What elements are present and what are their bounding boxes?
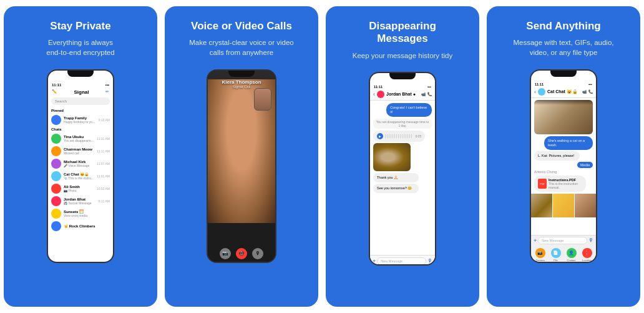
panel-2-subtitle: Make crystal-clear voice or videocalls f… — [189, 37, 293, 57]
message-input-bar: + New Message 🎙 — [370, 255, 435, 266]
list-item[interactable]: Sunsets 🌅 View once media — [48, 207, 113, 220]
video-call-icon[interactable]: 📹 — [421, 92, 426, 96]
file-icon: 📄 — [551, 248, 561, 258]
audio-message[interactable]: ▶ 0:05 — [373, 131, 425, 142]
compose-icon-2[interactable]: + — [534, 237, 537, 244]
chat-info: Chairman Meow Missed call — [64, 147, 94, 155]
msg-screen: 11:11 ▪▪▪ ‹ Jordan Bhat ● 📹 📞 Congrats! … — [370, 73, 435, 266]
photo-content — [373, 143, 411, 171]
send-screen: 11:11 ▪▪▪ ‹ Cat Chat 🐱🔒 📹 📞 She's walkin… — [531, 71, 596, 263]
photo-overlay — [534, 100, 593, 105]
chat-time: 11:07 AM — [97, 162, 110, 166]
compose-icon[interactable]: + — [373, 258, 376, 264]
photo-strip — [531, 194, 596, 217]
contact-label: Contact — [567, 259, 576, 262]
strip-photo-1[interactable] — [531, 194, 552, 217]
camera-media-button[interactable]: 📷 Camera — [535, 248, 545, 262]
panel-4-subtitle: Message with text, GIFs, audio,video, or… — [513, 37, 613, 57]
chat-preview: 📷 Photo — [64, 189, 94, 192]
message-bubble-gray: L. Kat: Pictures, please! — [534, 151, 580, 161]
list-item[interactable]: Jordan Bhat ⚽ Soccer Message 6:11 AM — [48, 195, 113, 207]
msg-status-bar: 11:11 ▪▪▪ — [370, 81, 435, 89]
file-label: File — [554, 259, 557, 262]
chat-info: Michael Kirk 🎤 Voice Message — [64, 160, 94, 167]
audio-duration: 0:05 — [415, 134, 421, 138]
mic-icon[interactable]: 🎙 — [427, 258, 432, 264]
video-call-screen: Kiera Thompson Signal Call 📷 📵 🎙 — [208, 71, 275, 263]
list-item[interactable]: Trapp Family Happy birthday to you. Happ… — [48, 114, 113, 126]
mute-button[interactable]: 🎙 — [252, 248, 263, 259]
camera-toggle-button[interactable]: 📷 — [220, 248, 231, 259]
contact-icon: 👤 — [567, 248, 577, 258]
chat-info: Trapp Family Happy birthday to you. Happ… — [64, 116, 96, 124]
avatar — [51, 159, 61, 169]
chat-time: 11:11 AM — [97, 149, 110, 153]
strip-photo-3[interactable] — [575, 194, 596, 217]
doc-preview: This is the instruction manual. — [549, 182, 582, 189]
location-icon: 📍 — [582, 248, 592, 258]
message-input-row: + New Message 🎙 — [531, 235, 596, 246]
media-icons-row: 📷 Camera 📄 File 👤 Contact 📍 Location — [531, 246, 596, 263]
phone-mockup-2: Kiera Thompson Signal Call 📷 📵 🎙 — [207, 69, 276, 263]
photo-message[interactable] — [373, 143, 411, 171]
chat-preview: View once media — [64, 214, 110, 217]
chat-name: Cat Chat 🐱🔒 — [64, 172, 94, 176]
panel-disappearing-messages: DisappearingMessages Keep your message h… — [326, 6, 479, 307]
phone-screen-1: 11:11 ▪▪▪ ✏️ Signal ✏ Search Pinned Trap… — [48, 71, 113, 263]
message-bubble: Congrats! I can't believe it! — [386, 103, 432, 117]
chat-preview: 📎 This is the instruction manual. — [64, 176, 94, 180]
camera-icon: 📷 — [535, 248, 545, 258]
list-item[interactable]: Chairman Meow Missed call 11:11 AM — [48, 145, 113, 157]
phone-icon-2[interactable]: 📞 — [588, 89, 593, 94]
phone-mockup-4: 11:11 ▪▪▪ ‹ Cat Chat 🐱🔒 📹 📞 She's walkin… — [530, 69, 597, 263]
end-call-button[interactable]: 📵 — [236, 248, 247, 259]
call-header-overlay: Kiera Thompson Signal Call — [208, 79, 275, 89]
chat-preview: Happy birthday to you. Happy birthday to… — [64, 120, 96, 124]
system-message: You set disappearing message time to 1 d… — [373, 119, 432, 129]
video-call-icon-2[interactable]: 📹 — [582, 89, 587, 94]
send-status-icons: ▪▪▪ — [588, 82, 592, 86]
chat-time: 11:11 AM — [97, 137, 110, 141]
list-item[interactable]: Michael Kirk 🎤 Voice Message 11:07 AM — [48, 157, 113, 170]
avatar — [51, 134, 61, 144]
chat-name: 🤘 Rock Climbers — [64, 224, 110, 228]
list-item[interactable]: Tina Ukuku You set disappearing message … — [48, 132, 113, 145]
end-call-icon: 📵 — [238, 251, 245, 256]
cat-walking-photo — [534, 100, 593, 134]
avatar — [51, 196, 61, 206]
panel-4-title: Send Anything — [526, 20, 600, 32]
contact-media-button[interactable]: 👤 Contact — [567, 248, 577, 262]
video-self-thumbnail — [254, 88, 271, 111]
list-item[interactable]: 🤘 Rock Climbers — [48, 220, 113, 232]
camera-label: Camera — [535, 259, 544, 262]
send-message-input[interactable]: New Message — [538, 237, 587, 244]
play-button[interactable]: ▶ — [377, 133, 383, 139]
list-item[interactable]: Ali Smith 📷 Photo 10:32 AM — [48, 182, 113, 195]
chat-time: 9:13 AM — [99, 118, 110, 122]
chat-name: Sunsets 🌅 — [64, 209, 110, 214]
message-input[interactable]: New Message — [377, 257, 426, 265]
phone-notch-3 — [389, 73, 416, 79]
app-title: Signal — [74, 89, 89, 95]
back-arrow-icon-2[interactable]: ‹ — [534, 89, 536, 95]
search-bar[interactable]: Search — [51, 97, 110, 105]
phone-icon[interactable]: 📞 — [427, 92, 432, 96]
document-message[interactable]: PDF Instructions.PDF This is the instruc… — [534, 176, 586, 192]
strip-photo-2[interactable] — [553, 194, 574, 217]
pdf-icon: PDF — [538, 179, 547, 189]
contact-name: Jordan Bhat ● — [386, 92, 419, 96]
location-media-button[interactable]: 📍 Location — [582, 248, 592, 262]
list-item[interactable]: Cat Chat 🐱🔒 📎 This is the instruction ma… — [48, 170, 113, 182]
mic-icon-2[interactable]: 🎙 — [588, 237, 593, 243]
panel-3-subtitle: Keep your message history tidy — [353, 51, 452, 61]
status-bar-1: 11:11 ▪▪▪ — [48, 78, 113, 88]
panel-video-calls: Voice or Video Calls Make crystal-clear … — [165, 6, 318, 307]
status-time-1: 11:11 — [52, 83, 61, 87]
back-arrow-icon[interactable]: ‹ — [373, 91, 375, 97]
panel-1-title: Stay Private — [50, 20, 110, 32]
msg-header: ‹ Jordan Bhat ● 📹 📞 — [370, 89, 435, 101]
phone-mockup-3: 11:11 ▪▪▪ ‹ Jordan Bhat ● 📹 📞 Congrats! … — [369, 72, 436, 266]
contact-avatar — [377, 91, 384, 98]
file-media-button[interactable]: 📄 File — [551, 248, 561, 262]
chat-info: 🤘 Rock Climbers — [64, 224, 110, 228]
